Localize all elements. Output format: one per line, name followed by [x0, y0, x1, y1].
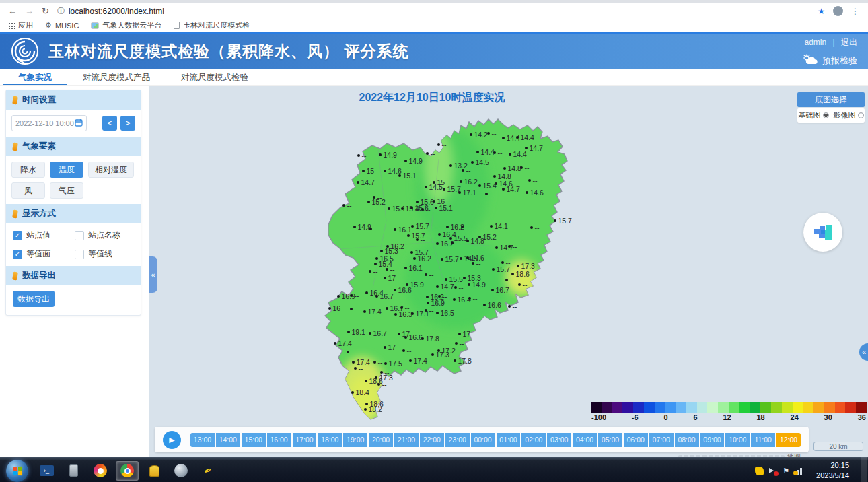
- station-dot[interactable]: [398, 174, 401, 177]
- station-dot[interactable]: [407, 234, 410, 237]
- element-button-风[interactable]: 风: [11, 182, 45, 199]
- station-dot[interactable]: [491, 289, 494, 291]
- station-dot[interactable]: [379, 153, 382, 156]
- checkbox-icon[interactable]: ✓: [75, 231, 84, 240]
- station-dot[interactable]: [375, 257, 378, 260]
- checkbox-checked-icon[interactable]: ✓: [13, 231, 22, 240]
- station-dot[interactable]: [508, 305, 511, 308]
- station-dot[interactable]: [471, 161, 474, 164]
- station-dot[interactable]: [436, 285, 439, 288]
- station-dot[interactable]: [402, 349, 405, 352]
- station-dot[interactable]: [401, 207, 404, 210]
- site-info-icon[interactable]: ⓘ: [57, 6, 65, 16]
- station-dot[interactable]: [458, 191, 461, 194]
- station-dot[interactable]: [337, 295, 340, 298]
- station-dot[interactable]: [517, 265, 519, 267]
- station-dot[interactable]: [526, 191, 528, 194]
- station-dot[interactable]: [509, 153, 511, 156]
- station-dot[interactable]: [413, 257, 416, 260]
- display-option-等值面[interactable]: ✓等值面: [13, 248, 72, 260]
- station-dot[interactable]: [505, 279, 508, 281]
- tray-action-center-icon[interactable]: ⚑: [783, 467, 789, 475]
- station-dot[interactable]: [502, 137, 505, 139]
- station-dot[interactable]: [342, 204, 345, 207]
- station-dot[interactable]: [411, 312, 414, 315]
- next-time-button[interactable]: >: [120, 116, 135, 131]
- station-dot[interactable]: [490, 225, 493, 228]
- station-dot[interactable]: [353, 226, 356, 228]
- station-dot[interactable]: [369, 332, 371, 335]
- time-button-16:00[interactable]: 16:00: [267, 433, 291, 447]
- time-button-12:00[interactable]: 12:00: [776, 433, 801, 447]
- station-dot[interactable]: [410, 207, 413, 209]
- station-dot[interactable]: [357, 154, 360, 157]
- station-dot[interactable]: [369, 270, 371, 273]
- station-dot[interactable]: [492, 268, 495, 271]
- station-dot[interactable]: [410, 251, 413, 254]
- bookmark-item[interactable]: 玉林对流尺度模式检: [174, 20, 250, 30]
- station-dot[interactable]: [347, 351, 349, 353]
- station-dot[interactable]: [384, 170, 386, 172]
- station-dot[interactable]: [501, 261, 504, 264]
- time-button-06:00[interactable]: 06:00: [624, 433, 648, 447]
- logout-link[interactable]: 退出: [841, 38, 857, 47]
- station-dot[interactable]: [384, 346, 386, 349]
- station-dot[interactable]: [470, 133, 472, 136]
- time-button-08:00[interactable]: 08:00: [675, 433, 699, 447]
- station-dot[interactable]: [404, 160, 407, 162]
- station-dot[interactable]: [404, 336, 407, 339]
- station-dot[interactable]: [365, 380, 367, 382]
- basemap-select-button[interactable]: 底图选择: [797, 92, 865, 107]
- radio-icon[interactable]: [858, 112, 864, 118]
- station-dot[interactable]: [426, 152, 429, 155]
- station-dot[interactable]: [354, 367, 357, 370]
- station-dot[interactable]: [347, 331, 350, 333]
- browser-menu-icon[interactable]: ⋮: [851, 7, 860, 16]
- station-dot[interactable]: [453, 298, 456, 301]
- time-button-17:00[interactable]: 17:00: [293, 433, 317, 447]
- station-dot[interactable]: [446, 226, 449, 228]
- station-dot[interactable]: [384, 362, 387, 365]
- station-dot[interactable]: [386, 307, 388, 310]
- display-option-站点名称[interactable]: ✓站点名称: [75, 230, 134, 241]
- calendar-icon[interactable]: [75, 118, 83, 128]
- station-dot[interactable]: [380, 250, 383, 252]
- element-button-相对湿度[interactable]: 相对湿度: [88, 162, 134, 178]
- station-dot[interactable]: [369, 228, 372, 230]
- station-dot[interactable]: [443, 188, 445, 191]
- station-dot[interactable]: [435, 207, 437, 209]
- tray-volume-muted-icon[interactable]: [769, 467, 777, 475]
- time-button-05:00[interactable]: 05:00: [598, 433, 622, 447]
- element-button-气压[interactable]: 气压: [50, 182, 83, 199]
- station-dot[interactable]: [455, 342, 458, 345]
- radio-icon[interactable]: [823, 112, 829, 118]
- station-dot[interactable]: [398, 333, 400, 335]
- station-dot[interactable]: [508, 245, 511, 248]
- station-dot[interactable]: [365, 291, 368, 294]
- station-dot[interactable]: [421, 208, 424, 211]
- station-dot[interactable]: [350, 294, 353, 297]
- station-dot[interactable]: [436, 312, 439, 314]
- time-button-13:00[interactable]: 13:00: [190, 433, 215, 447]
- station-dot[interactable]: [454, 359, 456, 362]
- station-dot[interactable]: [427, 302, 429, 304]
- taskbar-chrome-icon[interactable]: [116, 461, 139, 481]
- station-dot[interactable]: [425, 186, 427, 188]
- map-pane[interactable]: --14.914.91514.615.114.7--15.2--15.115.4…: [149, 86, 868, 457]
- time-button-03:00[interactable]: 03:00: [547, 433, 571, 447]
- station-dot[interactable]: [416, 238, 419, 241]
- station-dot[interactable]: [493, 151, 496, 154]
- station-dot[interactable]: [525, 147, 528, 149]
- taskbar-database-tool-icon[interactable]: [143, 461, 166, 481]
- taskbar-browser-swirl-icon[interactable]: [89, 461, 112, 481]
- station-dot[interactable]: [463, 277, 466, 279]
- tray-input-method-icon[interactable]: [755, 467, 764, 475]
- station-dot[interactable]: [416, 201, 419, 203]
- start-button[interactable]: [6, 460, 28, 482]
- bookmark-item[interactable]: 应用: [8, 20, 33, 30]
- station-dot[interactable]: [495, 246, 498, 249]
- station-dot[interactable]: [388, 207, 390, 210]
- station-dot[interactable]: [394, 313, 397, 316]
- bookmark-star-icon[interactable]: ★: [818, 7, 825, 16]
- station-dot[interactable]: [384, 277, 386, 279]
